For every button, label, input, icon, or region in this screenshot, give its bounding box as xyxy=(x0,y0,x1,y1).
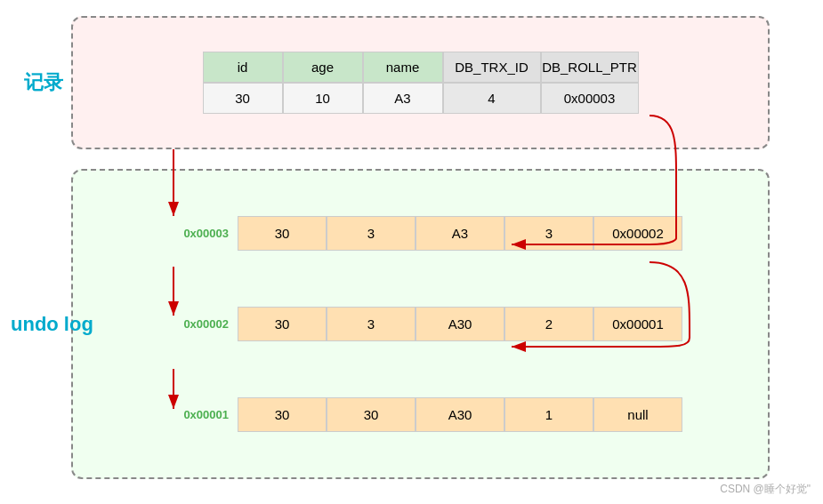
undo-cells-1: 30 3 A3 3 0x00002 xyxy=(238,216,682,251)
header-rollptr: DB_ROLL_PTR xyxy=(541,52,639,83)
watermark: CSDN @睡个好觉" xyxy=(720,482,811,497)
undo-cells-2: 30 3 A30 2 0x00001 xyxy=(238,307,682,341)
undo2-id: 30 xyxy=(238,307,327,341)
header-id: id xyxy=(203,52,283,83)
record-trxid: 4 xyxy=(443,83,541,114)
main-container: 记录 id age name DB_TRX_ID DB_ROLL_PTR 30 … xyxy=(0,0,823,504)
record-id: 30 xyxy=(203,83,283,114)
undo2-trxid: 2 xyxy=(504,307,593,341)
record-name: A3 xyxy=(363,83,443,114)
undo1-trxid: 3 xyxy=(504,216,593,251)
undo-addr-1: 0x00003 xyxy=(162,227,229,240)
undo-addr-3: 0x00001 xyxy=(162,408,229,421)
undo1-id: 30 xyxy=(238,216,327,251)
undo1-rollptr: 0x00002 xyxy=(593,216,682,251)
undo3-name: A30 xyxy=(416,397,504,432)
undo3-trxid: 1 xyxy=(504,397,593,432)
undo3-id: 30 xyxy=(238,397,327,432)
undo-row-2: 0x00002 30 3 A30 2 0x00001 xyxy=(162,307,714,341)
record-label: 记录 xyxy=(24,69,63,96)
undo2-rollptr: 0x00001 xyxy=(593,307,682,341)
undolog-section: undo log 0x00003 30 3 A3 3 0x00002 0x000… xyxy=(71,169,770,479)
record-age: 10 xyxy=(283,83,363,114)
undo3-rollptr: null xyxy=(593,397,682,432)
undo-addr-2: 0x00002 xyxy=(162,317,229,331)
undo2-age: 3 xyxy=(327,307,416,341)
header-age: age xyxy=(283,52,363,83)
undo1-age: 3 xyxy=(327,216,416,251)
undo-cells-3: 30 30 A30 1 null xyxy=(238,397,682,432)
undo2-name: A30 xyxy=(416,307,504,341)
header-trxid: DB_TRX_ID xyxy=(443,52,541,83)
undo-row-3: 0x00001 30 30 A30 1 null xyxy=(162,397,714,432)
header-name: name xyxy=(363,52,443,83)
undo3-age: 30 xyxy=(327,397,416,432)
undo-row-1: 0x00003 30 3 A3 3 0x00002 xyxy=(162,216,714,251)
record-rollptr: 0x00003 xyxy=(541,83,639,114)
undo1-name: A3 xyxy=(416,216,504,251)
record-table-header: id age name DB_TRX_ID DB_ROLL_PTR xyxy=(203,52,639,83)
undolog-label: undo log xyxy=(11,313,93,336)
record-table-row: 30 10 A3 4 0x00003 xyxy=(203,83,639,114)
record-section: 记录 id age name DB_TRX_ID DB_ROLL_PTR 30 … xyxy=(71,16,770,149)
